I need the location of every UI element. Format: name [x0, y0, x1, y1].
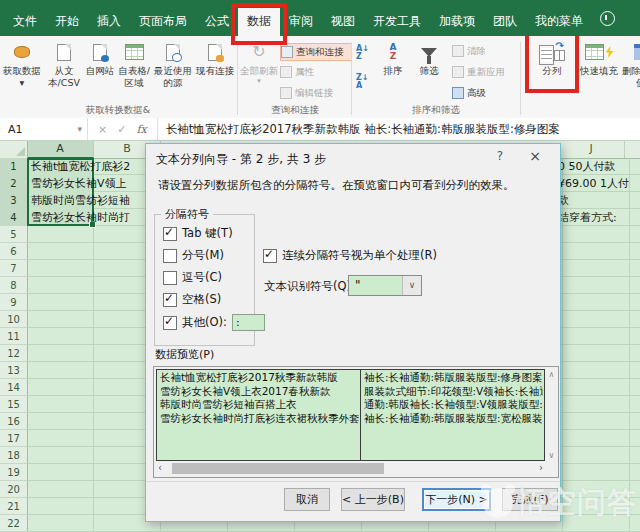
from-text-csv-button[interactable]: 从文本/CSV [44, 41, 84, 89]
flash-fill-button[interactable]: 快速填充 [579, 41, 619, 77]
cell-j1[interactable]: 0 50人付款 [558, 158, 640, 175]
dialog-help-icon[interactable]: ? [488, 149, 512, 163]
tab-formulas[interactable]: 公式 [196, 8, 238, 36]
formula-input[interactable]: 长袖t恤宽松打底衫2017秋季新款韩版 袖长:长袖通勤:韩版服装版型:修身图案 [158, 122, 640, 137]
tab-insert[interactable]: 插入 [88, 8, 130, 36]
from-table-range-button[interactable]: 自表格/区域 [114, 41, 154, 89]
other-delimiter-input[interactable] [232, 314, 265, 331]
cell-a4[interactable]: 雪纺衫女长袖时尚打 [31, 209, 147, 226]
cell-a1[interactable]: 长袖t恤宽松打底衫2 [31, 158, 147, 175]
row-header[interactable]: 6 [0, 243, 27, 260]
remove-duplicates-button[interactable]: 删除重复值 [621, 41, 640, 89]
sort-ascending-button[interactable]: A↓Z [356, 45, 369, 61]
row-header[interactable]: 18 [0, 447, 27, 464]
finish-button[interactable]: 完成(F) [502, 488, 558, 511]
dialog-close-icon[interactable]: × [522, 148, 548, 164]
row-header[interactable]: 11 [0, 328, 27, 345]
tab-team[interactable]: 团队 [484, 8, 526, 36]
cell-a2[interactable]: 雪纺衫女长袖V领上 [31, 175, 147, 192]
column-header-a[interactable]: A [27, 140, 94, 158]
text-qualifier-dropdown[interactable]: " ∨ [348, 275, 422, 296]
name-box-dropdown-icon[interactable]: ▾ [77, 124, 82, 134]
row-header[interactable]: 16 [0, 413, 27, 430]
tab-file[interactable]: 文件 [4, 8, 46, 36]
next-button[interactable]: 下一步(N) > [422, 488, 491, 511]
select-all-corner[interactable] [0, 140, 28, 159]
row-header[interactable]: 20 [0, 481, 27, 498]
clear-filter-button[interactable]: 清除 [452, 43, 516, 59]
scroll-up-icon[interactable]: ∧ [546, 370, 557, 379]
scroll-down-icon[interactable]: ∨ [546, 451, 557, 460]
chevron-down-icon[interactable]: ∨ [402, 276, 421, 295]
row-header[interactable]: 12 [0, 345, 27, 362]
checkbox-other[interactable] [163, 316, 177, 330]
row-header[interactable]: 10 [0, 311, 27, 328]
cell-j3[interactable]: 款 [558, 192, 640, 209]
insert-function-icon[interactable]: fx [136, 123, 146, 136]
name-box[interactable]: A1 ▾ [0, 118, 88, 140]
tab-addins[interactable]: 加载项 [430, 8, 484, 36]
edit-links-button[interactable]: 编辑链接 [280, 85, 350, 101]
sort-button[interactable]: AZ 排序 [376, 41, 410, 77]
tell-me-icon[interactable] [600, 11, 615, 26]
properties-button[interactable]: 属性 [280, 64, 350, 80]
filter-button[interactable]: 筛选 [412, 41, 446, 77]
sort-descending-button[interactable]: Z↓A [356, 74, 369, 90]
tab-data[interactable]: 数据 [238, 8, 280, 36]
recent-sources-button[interactable]: 最近使用的源 [152, 41, 194, 89]
row-header[interactable]: 22 [0, 515, 27, 532]
advanced-filter-button[interactable]: 高级 [452, 85, 516, 101]
refresh-all-button[interactable]: ↻ 全部刷新 ▾ [240, 41, 278, 86]
confirm-entry-icon[interactable]: ✓ [117, 123, 126, 136]
tab-view[interactable]: 视图 [322, 8, 364, 36]
preview-column-divider[interactable] [360, 370, 361, 460]
delimiter-comma-row: 逗号(C) [163, 270, 222, 285]
ribbon: 获取数据 ▾ 从文本/CSV 自网站 自表格/区域 最近使用的源 现有连接 [0, 36, 640, 119]
cell-j4[interactable]: 结穿着方式: [558, 209, 640, 226]
get-data-button[interactable]: 获取数据 ▾ [2, 41, 42, 89]
text-to-columns-button[interactable]: ↷ 分列 [531, 41, 573, 77]
row-header[interactable]: 17 [0, 430, 27, 447]
row-header[interactable]: 19 [0, 464, 27, 481]
cell-j2[interactable]: ¥69.00 1人付 [558, 175, 640, 192]
tab-developer[interactable]: 开发工具 [364, 8, 430, 36]
tab-home[interactable]: 开始 [46, 8, 88, 36]
checkbox-semicolon[interactable] [163, 249, 177, 263]
preview-vertical-scrollbar[interactable]: ∧ ∨ [546, 369, 557, 461]
row-header[interactable]: 5 [0, 226, 27, 243]
row-header[interactable]: 15 [0, 396, 27, 413]
row-header[interactable]: 13 [0, 362, 27, 379]
tab-review[interactable]: 审阅 [280, 8, 322, 36]
checkbox-tab[interactable] [163, 227, 177, 241]
column-header-j[interactable]: J [558, 140, 625, 158]
tab-my-menu[interactable]: 我的菜单 [526, 8, 592, 36]
row-header[interactable]: 8 [0, 277, 27, 294]
row-header[interactable]: 14 [0, 379, 27, 396]
existing-connections-button[interactable]: 现有连接 [196, 41, 234, 77]
row-header[interactable]: 4 [0, 209, 27, 226]
cancel-button[interactable]: 取消 [284, 488, 330, 511]
reapply-button[interactable]: 重新应用 [452, 64, 516, 80]
checkbox-consecutive[interactable] [263, 249, 277, 263]
row-header[interactable]: 2 [0, 175, 27, 192]
preview-horizontal-scrollbar[interactable]: ‹ › [156, 462, 545, 475]
row-header[interactable]: 1 [0, 158, 27, 175]
checkbox-comma[interactable] [163, 271, 177, 285]
scrollbar-thumb[interactable] [172, 463, 384, 474]
row-header[interactable]: 9 [0, 294, 27, 311]
from-web-button[interactable]: 自网站 [84, 41, 116, 77]
scroll-right-icon[interactable]: › [539, 462, 543, 473]
row-header[interactable]: 3 [0, 192, 27, 209]
row-header[interactable]: 7 [0, 260, 27, 277]
preview-row: 袖长:长袖通勤:韩版服装版型:宽松服装 [364, 412, 543, 426]
text-to-columns-icon: ↷ [539, 41, 565, 63]
scroll-left-icon[interactable]: ‹ [158, 462, 162, 473]
back-button[interactable]: < 上一步(B) [341, 488, 405, 511]
queries-connections-toggle[interactable]: 查询和连接 [280, 43, 352, 61]
tab-page-layout[interactable]: 页面布局 [130, 8, 196, 36]
pane-icon [281, 46, 293, 58]
checkbox-space[interactable] [163, 293, 177, 307]
row-header[interactable]: 21 [0, 498, 27, 515]
cancel-entry-icon[interactable]: × [98, 123, 107, 136]
cell-a3[interactable]: 韩版时尚雪纺衫短袖 [31, 192, 147, 209]
